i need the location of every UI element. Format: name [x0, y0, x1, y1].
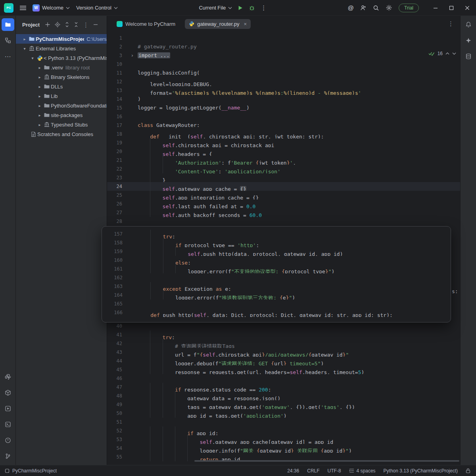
tab-options-icon[interactable]: ⋮ [445, 20, 456, 27]
chevron-right-icon[interactable]: ▸ [36, 75, 43, 79]
caret-position[interactable]: 24:36 [287, 468, 299, 474]
python-packages-tool-button[interactable] [2, 386, 14, 399]
line-number[interactable]: 49 [107, 400, 122, 409]
code-line[interactable]: 2# gateway_router.py [107, 42, 460, 51]
code-line[interactable]: 25self.app_integration_cache = {} [107, 191, 460, 200]
line-number[interactable]: 21 [107, 156, 122, 165]
python-interpreter[interactable]: Python 3.13 (PyCharmMiscProject) [384, 468, 458, 474]
project-widget[interactable]: W Welcome [33, 4, 70, 12]
locate-file-icon[interactable] [55, 22, 60, 27]
code-line[interactable]: 165 [107, 299, 451, 308]
project-tool-button[interactable] [2, 18, 14, 31]
line-number[interactable]: 25 [107, 191, 122, 200]
line-number[interactable]: 15 [107, 104, 122, 112]
line-number[interactable]: 12 [107, 77, 122, 86]
code-line[interactable]: 22'Content-Type': 'application/json' [107, 165, 460, 173]
code-line[interactable]: 26self.last_auth_failed_at = 0.0 [107, 200, 460, 208]
line-number[interactable]: 40 [107, 322, 122, 330]
run-configuration-selector[interactable]: Current File [199, 5, 232, 11]
line-number[interactable]: 55 [107, 453, 122, 461]
tree-item[interactable]: ▸site-packages [16, 110, 107, 120]
line-number[interactable]: 24 [107, 182, 122, 191]
code-line[interactable]: 166def push_http(self, data: Dict, proto… [107, 308, 451, 317]
chevron-down-icon[interactable]: ▾ [29, 56, 36, 60]
tree-item[interactable]: ▸PythonSoftwareFoundation.Python.3.13 [16, 101, 107, 110]
line-number[interactable]: 23 [107, 173, 122, 182]
close-button[interactable] [465, 6, 470, 10]
tab-gateway-router[interactable]: gateway_router.py × [185, 19, 251, 29]
version-control-tool-button[interactable] [2, 450, 14, 463]
line-number[interactable]: 45 [107, 365, 122, 374]
tree-item[interactable]: ▸Lib [16, 91, 107, 101]
line-number[interactable]: 17 [107, 121, 122, 130]
line-number[interactable]: 50 [107, 409, 122, 418]
line-number[interactable]: 164 [107, 291, 123, 299]
code-line[interactable]: 159self.push_http(data, protocol, gatewa… [107, 247, 451, 256]
code-line[interactable]: 50app_id = tags.get('application') [107, 409, 460, 418]
debug-button[interactable] [249, 5, 255, 11]
line-number[interactable]: 19 [107, 138, 122, 147]
code-with-me-icon[interactable] [360, 5, 367, 11]
database-tool-button[interactable] [462, 50, 475, 63]
tree-item[interactable]: ▸Typeshed Stubs [16, 120, 107, 129]
code-line[interactable]: 42# 查询网关详情获取Tags [107, 339, 460, 348]
code-line[interactable]: 44logger.debug(f"请求网关详情: GET {url} timeo… [107, 357, 460, 365]
line-number[interactable]: 3 [107, 51, 122, 60]
line-number[interactable]: 26 [107, 200, 122, 208]
panel-options-icon[interactable]: ⋮ [83, 22, 89, 28]
line-number[interactable]: 18 [107, 130, 122, 138]
code-line[interactable]: 24self.gateway_app_cache = {} [107, 182, 460, 191]
code-line[interactable]: 162 [107, 273, 451, 282]
chevron-right-icon[interactable]: ▸ [36, 104, 43, 108]
chevron-right-icon[interactable]: ▸ [36, 94, 43, 98]
code-line[interactable]: 16 [107, 112, 460, 121]
line-number[interactable]: 54 [107, 444, 122, 453]
code-line[interactable]: 40 [107, 322, 460, 330]
code-line[interactable]: 47if response.status_code == 200: [107, 383, 460, 392]
status-project-name[interactable]: PyCharmMiscProject [12, 468, 57, 474]
tree-item[interactable]: ▸DLLs [16, 82, 107, 91]
line-number[interactable]: 28 [107, 217, 122, 226]
indent-style[interactable]: 4 spaces [349, 468, 376, 474]
search-icon[interactable] [373, 5, 379, 11]
chevron-right-icon[interactable]: ▸ [36, 123, 43, 127]
add-icon[interactable] [45, 22, 50, 27]
tree-item[interactable]: Scratches and Consoles [16, 129, 107, 139]
ai-assistant-tool-button[interactable] [462, 34, 475, 47]
line-number[interactable]: 165 [107, 299, 123, 308]
code-line[interactable]: 158if protocol_type == 'http': [107, 238, 451, 247]
code-line[interactable]: 11logging.basicConfig( [107, 69, 460, 77]
line-number[interactable]: 11 [107, 69, 122, 77]
tab-welcome[interactable]: Welcome to PyCharm [113, 19, 179, 29]
maximize-button[interactable] [449, 6, 454, 10]
code-line[interactable]: 51 [107, 418, 460, 426]
code-line[interactable]: 161logger.error(f"不支持的协议类型: {protocol_ty… [107, 265, 451, 273]
line-number[interactable]: 27 [107, 208, 122, 217]
trial-badge[interactable]: Trial [399, 4, 419, 12]
code-line[interactable]: 41try: [107, 330, 460, 339]
line-number[interactable]: 163 [107, 282, 123, 291]
code-line[interactable]: 45response = requests.get(url, headers=s… [107, 365, 460, 374]
more-tool-windows-icon[interactable]: ⋯ [2, 50, 14, 63]
terminal-tool-button[interactable] [2, 418, 14, 431]
line-number[interactable]: 158 [107, 238, 123, 247]
code-line[interactable]: 46 [107, 374, 460, 383]
line-number[interactable]: 10 [107, 60, 122, 69]
chevron-right-icon[interactable]: ▸ [36, 113, 43, 117]
line-number[interactable]: 43 [107, 348, 122, 357]
code-line[interactable]: 20self.headers = { [107, 147, 460, 156]
tree-item[interactable]: ▾External Libraries [16, 44, 107, 53]
code-line[interactable]: 160else: [107, 256, 451, 265]
inspections-widget[interactable]: 16 [428, 51, 456, 56]
services-tool-button[interactable] [2, 402, 14, 415]
code-line[interactable]: 54logger.info(f"网关 {gateway_id} 关联应用 {ap… [107, 444, 460, 453]
line-number[interactable]: 20 [107, 147, 122, 156]
line-separator[interactable]: CRLF [307, 468, 319, 474]
code-line[interactable]: 18def __init__(self, chirpstack_api: str… [107, 130, 460, 138]
line-number[interactable]: 160 [107, 256, 123, 265]
horizontal-scrollbar[interactable] [194, 460, 459, 462]
chevron-right-icon[interactable]: ▸ [36, 84, 43, 89]
line-number[interactable]: 166 [107, 308, 123, 317]
line-number[interactable]: 159 [107, 247, 123, 256]
vcs-widget[interactable]: Version Control [76, 5, 118, 11]
